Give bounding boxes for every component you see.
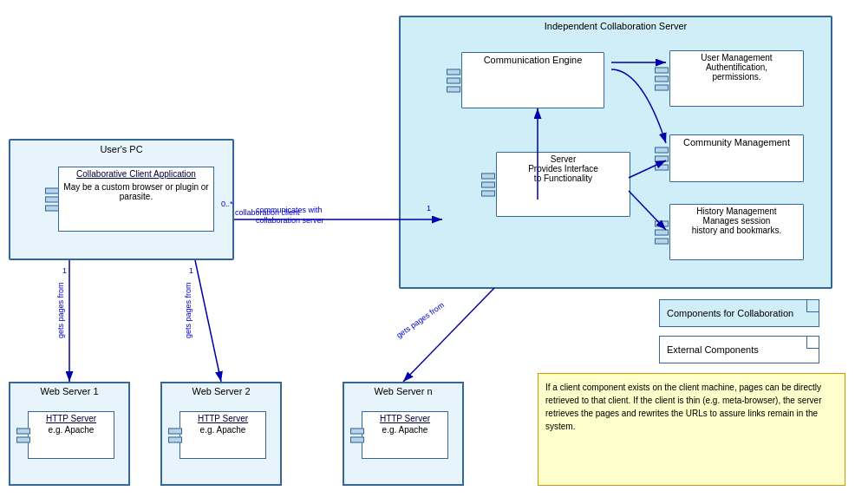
collab-client-title: Collaborative Client Application <box>59 167 213 180</box>
server-interface-title: ServerProvides Interfaceto Functionality <box>497 153 630 185</box>
conn-tab-16 <box>45 187 59 193</box>
wsn-http-title: HTTP Server <box>362 412 447 425</box>
note-text: If a client component exists on the clie… <box>545 383 821 431</box>
conn-tab-18 <box>45 205 59 211</box>
collab-client-box: Collaborative Client Application May be … <box>58 167 214 232</box>
users-pc-title: User's PC <box>100 144 142 154</box>
collab-client-connectors <box>45 187 59 211</box>
ws2-http-title: HTTP Server <box>180 412 265 425</box>
conn-tab-10 <box>481 173 495 179</box>
ws2-http-text: e.g. Apache <box>180 425 265 435</box>
conn-tab-15 <box>655 238 669 244</box>
gets-pages-label-1: gets pages from <box>56 282 65 338</box>
note-box: If a client component exists on the clie… <box>538 373 845 486</box>
legend-external-dogear <box>806 337 819 349</box>
conn-tab-6 <box>655 84 669 90</box>
ws1-connectors <box>16 428 30 442</box>
conn-tab-11 <box>481 181 495 187</box>
conn-tab-1 <box>447 69 460 75</box>
collab-client-text: May be a custom browser or plugin or par… <box>59 180 213 203</box>
legend-components-label: Components for Collaboration <box>667 308 793 318</box>
arrow-get-2-label: 1 <box>189 266 193 275</box>
ws1-http-title: HTTP Server <box>29 412 114 425</box>
history-mgmt-title: History ManagementManages sessionhistory… <box>670 205 803 237</box>
ws2-conn-1 <box>168 428 182 434</box>
legend-components: Components for Collaboration <box>659 299 819 327</box>
gets-pages-label-3: gets pages from <box>395 300 446 339</box>
legend-components-dogear <box>806 300 819 312</box>
comm-label-2: collaboration server <box>256 216 324 225</box>
wsn-conn-1 <box>350 428 364 434</box>
wsn-http-box: HTTP Server e.g. Apache <box>362 411 448 459</box>
wsn-conn-2 <box>350 436 364 442</box>
arrow-get-1-label: 1 <box>62 266 67 275</box>
users-pc-container: User's PC Collaborative Client Applicati… <box>9 139 234 260</box>
user-mgmt-title: User ManagementAuthentification,permissi… <box>670 51 803 83</box>
ws2-title: Web Server 2 <box>162 383 280 399</box>
history-mgmt-connectors <box>655 220 669 244</box>
server-interface-box: ServerProvides Interfaceto Functionality <box>496 152 630 217</box>
conn-tab-3 <box>447 86 460 92</box>
community-mgmt-title: Community Management <box>670 135 803 149</box>
user-mgmt-box: User ManagementAuthentification,permissi… <box>669 50 804 107</box>
community-mgmt-connectors <box>655 147 669 170</box>
conn-tab-9 <box>655 164 669 170</box>
conn-tab-17 <box>45 196 59 202</box>
ws2-connectors <box>168 428 182 442</box>
wsn-title: Web Server n <box>344 383 462 399</box>
comm-engine-box: Communication Engine <box>461 52 604 108</box>
conn-tab-12 <box>481 190 495 196</box>
ws1-conn-2 <box>16 436 30 442</box>
comm-engine-title: Communication Engine <box>462 53 604 67</box>
ws1-title: Web Server 1 <box>10 383 128 399</box>
wsn-connectors <box>350 428 364 442</box>
user-mgmt-connectors <box>655 67 669 90</box>
conn-tab-5 <box>655 75 669 82</box>
ws2-conn-2 <box>168 436 182 442</box>
svg-line-9 <box>403 288 494 382</box>
history-mgmt-box: History ManagementManages sessionhistory… <box>669 204 804 260</box>
conn-tab-14 <box>655 229 669 235</box>
wsn-http-text: e.g. Apache <box>362 425 447 435</box>
diagram: Independent Collaboration Server Communi… <box>0 0 868 504</box>
collab-server-container: Independent Collaboration Server Communi… <box>399 16 832 289</box>
conn-tab-8 <box>655 155 669 161</box>
gets-pages-label-2: gets pages from <box>184 282 193 338</box>
ws2-http-box: HTTP Server e.g. Apache <box>179 411 266 459</box>
svg-line-8 <box>195 260 221 382</box>
conn-tab-13 <box>655 220 669 226</box>
comm-label-1: communicates with <box>256 206 323 214</box>
server-interface-connectors <box>481 173 495 196</box>
web-server-n: Web Server n HTTP Server e.g. Apache <box>343 382 464 486</box>
web-server-1: Web Server 1 HTTP Server e.g. Apache <box>9 382 130 486</box>
conn-tab-7 <box>655 147 669 153</box>
ws1-http-text: e.g. Apache <box>29 425 114 435</box>
collab-client-label: collaboration client <box>235 208 300 217</box>
conn-tab-2 <box>447 77 460 83</box>
ws1-conn-1 <box>16 428 30 434</box>
ws1-http-box: HTTP Server e.g. Apache <box>28 411 114 459</box>
web-server-2: Web Server 2 HTTP Server e.g. Apache <box>160 382 282 486</box>
legend-external: External Components <box>659 336 819 363</box>
collab-server-title: Independent Collaboration Server <box>545 21 688 31</box>
comm-engine-connectors <box>447 69 460 92</box>
community-mgmt-box: Community Management <box>669 134 804 182</box>
legend-external-label: External Components <box>667 344 759 355</box>
conn-tab-4 <box>655 67 669 73</box>
